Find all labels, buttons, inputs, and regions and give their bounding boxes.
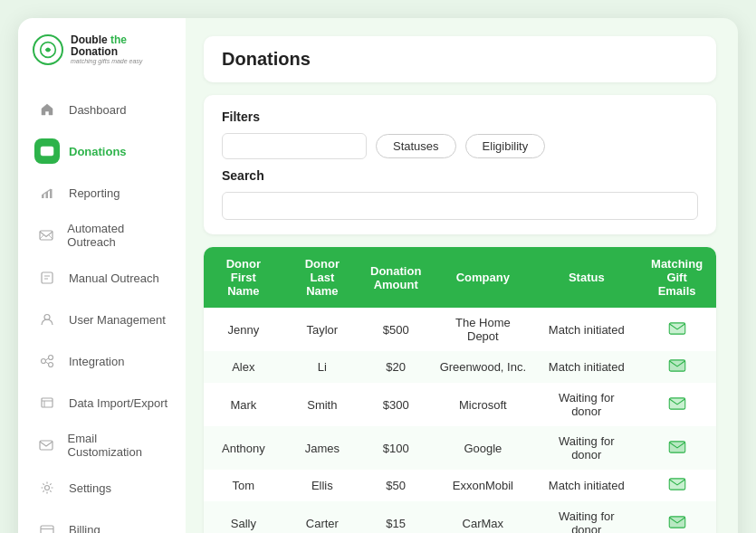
- sidebar-item-data-import-export[interactable]: Data Import/Export: [18, 382, 186, 424]
- search-input[interactable]: [222, 192, 698, 220]
- table-cell: Mark: [204, 383, 283, 426]
- table-cell: James: [283, 426, 361, 470]
- matching-gift-email-cell[interactable]: [637, 383, 716, 426]
- svg-point-14: [42, 359, 46, 364]
- table-cell: Taylor: [283, 308, 361, 351]
- sidebar-label-automated-outreach: Automated Outreach: [67, 222, 169, 249]
- table-cell: Microsoft: [430, 383, 535, 426]
- sidebar-item-donations[interactable]: $ Donations: [18, 130, 186, 172]
- reporting-icon: [34, 180, 60, 205]
- email-envelope-icon[interactable]: [668, 322, 686, 335]
- logo-text: Double the Donation matching gifts made …: [71, 34, 171, 65]
- col-header-status: Status: [535, 247, 637, 308]
- sidebar-item-integration[interactable]: Integration: [18, 340, 186, 382]
- table-cell: $100: [361, 426, 430, 470]
- donations-table-wrap: Donor FirstName Donor LastName DonationA…: [204, 247, 716, 533]
- table-row: TomEllis$50ExxonMobilMatch initiated: [204, 470, 716, 501]
- matching-gift-email-cell[interactable]: [637, 470, 716, 501]
- matching-gift-email-cell[interactable]: [637, 426, 716, 470]
- col-header-matching-gift-emails: MatchingGift Emails: [637, 247, 716, 308]
- page-header-card: Donations: [204, 36, 716, 82]
- svg-point-16: [49, 363, 53, 367]
- col-header-company: Company: [430, 247, 535, 308]
- col-header-last-name: Donor LastName: [283, 247, 361, 308]
- table-cell: Tom: [204, 470, 283, 501]
- user-icon: [34, 307, 60, 332]
- page-title: Donations: [222, 49, 698, 70]
- sidebar-item-user-management[interactable]: User Management: [18, 299, 186, 340]
- data-icon: [34, 390, 60, 415]
- sidebar-item-dashboard[interactable]: Dashboard: [18, 89, 186, 130]
- matching-gift-email-cell[interactable]: [637, 308, 716, 351]
- svg-rect-31: [669, 397, 685, 408]
- email-envelope-icon[interactable]: [668, 397, 686, 410]
- filters-label: Filters: [222, 109, 698, 124]
- col-header-donation-amount: DonationAmount: [361, 247, 430, 308]
- svg-rect-33: [669, 479, 685, 490]
- sidebar-item-reporting[interactable]: Reporting: [18, 172, 186, 214]
- table-cell: $20: [361, 351, 430, 383]
- sidebar-item-manual-outreach[interactable]: Manual Outreach: [18, 257, 186, 299]
- matching-gift-email-cell[interactable]: [637, 351, 716, 383]
- table-cell: Sally: [204, 501, 283, 533]
- table-body: JennyTaylor$500The Home DepotMatch initi…: [204, 308, 716, 533]
- svg-line-17: [46, 358, 49, 360]
- email-envelope-icon[interactable]: [668, 516, 686, 528]
- sidebar-item-email-customization[interactable]: Email Customization: [18, 424, 186, 467]
- email-envelope-icon[interactable]: [668, 478, 686, 490]
- filters-row: Statuses Eligibility: [222, 133, 698, 159]
- sidebar-item-automated-outreach[interactable]: Automated Outreach: [18, 214, 186, 257]
- table-cell: The Home Depot: [430, 308, 535, 351]
- table-cell: Carter: [283, 501, 361, 533]
- sidebar-label-email-customization: Email Customization: [68, 432, 169, 459]
- settings-icon: [34, 475, 60, 500]
- donations-icon: $: [34, 138, 60, 164]
- matching-gift-email-cell[interactable]: [637, 501, 716, 533]
- table-cell: $500: [361, 308, 430, 351]
- sidebar-item-billing[interactable]: Billing: [18, 509, 186, 533]
- table-cell: Waiting for donor: [535, 383, 637, 426]
- table-cell: Waiting for donor: [535, 426, 637, 470]
- table-row: MarkSmith$300MicrosoftWaiting for donor: [204, 383, 716, 426]
- table-row: JennyTaylor$500The Home DepotMatch initi…: [204, 308, 716, 351]
- table-header: Donor FirstName Donor LastName DonationA…: [204, 247, 716, 308]
- svg-rect-30: [669, 360, 685, 371]
- sidebar-label-data-import-export: Data Import/Export: [69, 396, 167, 410]
- email-envelope-icon[interactable]: [668, 441, 686, 453]
- logo-icon: [33, 34, 63, 65]
- main-content: Donations Filters Statuses Eligibility S…: [186, 18, 738, 533]
- table-cell: Waiting for donor: [535, 501, 637, 533]
- sidebar-label-reporting: Reporting: [69, 186, 120, 200]
- app-container: Double the Donation matching gifts made …: [18, 18, 738, 533]
- table-cell: $15: [361, 501, 430, 533]
- col-header-first-name: Donor FirstName: [204, 247, 283, 308]
- sidebar-label-dashboard: Dashboard: [69, 103, 127, 117]
- table-row: SallyCarter$15CarMaxWaiting for donor: [204, 501, 716, 533]
- table-cell: Match initiated: [535, 470, 637, 501]
- table-cell: ExxonMobil: [430, 470, 535, 501]
- filters-text-input[interactable]: [222, 133, 367, 159]
- sidebar-label-donations: Donations: [69, 145, 127, 158]
- sidebar-label-user-management: User Management: [69, 313, 166, 327]
- table-cell: Anthony: [204, 426, 283, 470]
- sidebar-label-integration: Integration: [69, 355, 124, 368]
- home-icon: [34, 97, 60, 122]
- logo-title: Double the Donation: [71, 34, 171, 58]
- svg-line-18: [46, 362, 49, 364]
- table-cell: Smith: [283, 383, 361, 426]
- table-cell: Greenwood, Inc.: [430, 351, 535, 383]
- svg-rect-32: [669, 441, 685, 452]
- sidebar-nav: Dashboard $ Donations: [18, 89, 186, 533]
- table-cell: Match initiated: [535, 308, 637, 351]
- table-cell: Alex: [204, 351, 283, 383]
- statuses-button[interactable]: Statuses: [376, 134, 456, 158]
- search-label: Search: [222, 168, 698, 183]
- svg-rect-4: [42, 195, 44, 198]
- sidebar-item-settings[interactable]: Settings: [18, 467, 186, 509]
- svg-rect-7: [40, 231, 53, 240]
- eligibility-button[interactable]: Eligibility: [465, 134, 546, 158]
- svg-point-23: [45, 486, 50, 490]
- email-envelope-icon[interactable]: [668, 359, 686, 372]
- auto-outreach-icon: [34, 223, 58, 248]
- table-row: AnthonyJames$100GoogleWaiting for donor: [204, 426, 716, 470]
